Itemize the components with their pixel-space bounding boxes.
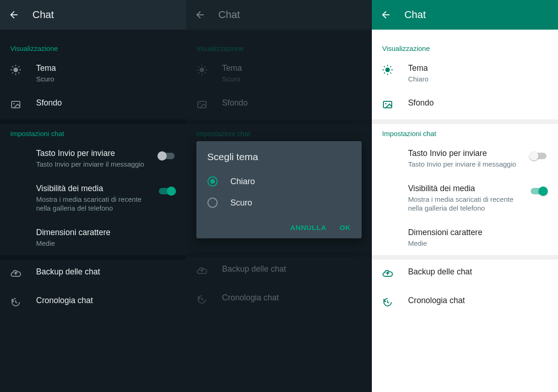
divider <box>186 252 372 257</box>
row-history[interactable]: Cronologia chat <box>186 286 372 314</box>
row-theme[interactable]: Tema Scuro <box>186 56 372 91</box>
divider <box>0 255 186 260</box>
font-value: Medie <box>36 239 176 248</box>
theme-value: Scuro <box>222 75 362 84</box>
row-font-size[interactable]: Dimensioni carattere Medie <box>372 220 558 255</box>
backup-icon <box>10 267 36 281</box>
screen-light: Chat Visualizzazione Tema Chiaro Sfondo … <box>372 0 558 392</box>
theme-title: Tema <box>36 63 176 74</box>
section-chat: Impostazioni chat <box>0 124 186 141</box>
blank-icon <box>382 184 408 185</box>
enter-switch[interactable] <box>529 151 548 161</box>
section-display: Visualizzazione <box>0 39 186 56</box>
option-chiaro[interactable]: Chiaro <box>207 171 351 192</box>
history-icon <box>382 296 408 310</box>
wallpaper-icon <box>196 98 222 112</box>
media-switch[interactable] <box>157 187 176 196</box>
page-title: Chat <box>219 9 240 21</box>
page-title: Chat <box>32 9 54 21</box>
media-sub: Mostra i media scaricati di recente nell… <box>36 195 153 213</box>
media-switch[interactable] <box>529 187 548 196</box>
option-label: Chiaro <box>231 177 255 187</box>
dialog-title: Scegli tema <box>207 151 351 162</box>
history-icon <box>10 296 36 310</box>
divider <box>372 255 558 260</box>
row-enter-key[interactable]: Tasto Invio per inviare Tasto Invio per … <box>0 141 186 176</box>
blank-icon <box>10 149 36 149</box>
page-title: Chat <box>404 9 426 21</box>
enter-title: Tasto Invio per inviare <box>408 149 525 159</box>
enter-switch[interactable] <box>157 151 176 161</box>
font-title: Dimensioni carattere <box>408 228 548 238</box>
history-label: Cronologia chat <box>408 296 548 306</box>
row-history[interactable]: Cronologia chat <box>372 288 558 317</box>
theme-value: Chiaro <box>408 75 548 84</box>
blank-icon <box>10 228 36 229</box>
row-wallpaper[interactable]: Sfondo <box>372 91 558 119</box>
divider <box>0 119 186 124</box>
blank-icon <box>10 184 36 185</box>
radio-selected-icon <box>207 176 218 187</box>
media-sub: Mostra i media scaricati di recente nell… <box>408 195 525 213</box>
wallpaper-icon <box>382 98 408 112</box>
row-media-visibility[interactable]: Visibilità dei media Mostra i media scar… <box>0 176 186 220</box>
media-title: Visibilità dei media <box>36 184 153 194</box>
wallpaper-icon <box>10 98 36 112</box>
row-media-visibility[interactable]: Visibilità dei media Mostra i media scar… <box>372 176 558 220</box>
history-label: Cronologia chat <box>36 296 176 306</box>
enter-title: Tasto Invio per inviare <box>36 149 153 159</box>
ok-button[interactable]: OK <box>339 224 351 232</box>
theme-dialog: Scegli tema Chiaro Scuro ANNULLA OK <box>196 141 362 238</box>
backup-icon <box>382 267 408 281</box>
section-display: Visualizzazione <box>186 39 372 56</box>
backup-icon <box>196 264 222 278</box>
history-label: Cronologia chat <box>222 293 362 303</box>
theme-title: Tema <box>408 63 548 74</box>
option-label: Scuro <box>231 198 252 208</box>
blank-icon <box>382 228 408 229</box>
row-backup[interactable]: Backup delle chat <box>186 257 372 286</box>
backup-label: Backup delle chat <box>222 264 362 274</box>
cancel-button[interactable]: ANNULLA <box>290 224 326 232</box>
screen-dialog: Chat Visualizzazione Tema Scuro Sfondo I… <box>186 0 372 392</box>
section-chat: Impostazioni chat <box>186 124 372 141</box>
appbar: Chat <box>186 0 372 30</box>
font-title: Dimensioni carattere <box>36 228 176 238</box>
row-backup[interactable]: Backup delle chat <box>372 260 558 288</box>
backup-label: Backup delle chat <box>408 267 548 277</box>
enter-sub: Tasto Invio per inviare il messaggio <box>408 160 525 169</box>
row-font-size[interactable]: Dimensioni carattere Medie <box>0 220 186 255</box>
theme-title: Tema <box>222 63 362 74</box>
theme-icon <box>382 63 408 77</box>
row-history[interactable]: Cronologia chat <box>0 288 186 317</box>
section-chat: Impostazioni chat <box>372 124 558 141</box>
blank-icon <box>382 149 408 149</box>
wallpaper-label: Sfondo <box>222 98 362 108</box>
screen-dark: Chat Visualizzazione Tema Scuro Sfondo I… <box>0 0 186 392</box>
option-scuro[interactable]: Scuro <box>207 192 351 213</box>
theme-value: Scuro <box>36 75 176 84</box>
theme-icon <box>10 63 36 77</box>
wallpaper-label: Sfondo <box>408 98 548 108</box>
row-backup[interactable]: Backup delle chat <box>0 260 186 288</box>
row-theme[interactable]: Tema Chiaro <box>372 56 558 91</box>
history-icon <box>196 293 222 307</box>
back-icon[interactable] <box>8 9 19 20</box>
divider <box>186 119 372 124</box>
row-wallpaper[interactable]: Sfondo <box>186 91 372 119</box>
row-enter-key[interactable]: Tasto Invio per inviare Tasto Invio per … <box>372 141 558 176</box>
row-theme[interactable]: Tema Scuro <box>0 56 186 91</box>
section-display: Visualizzazione <box>372 39 558 56</box>
radio-unselected-icon <box>207 198 218 208</box>
back-icon[interactable] <box>380 9 391 20</box>
backup-label: Backup delle chat <box>36 267 176 277</box>
row-wallpaper[interactable]: Sfondo <box>0 91 186 119</box>
wallpaper-label: Sfondo <box>36 98 176 108</box>
back-icon[interactable] <box>194 9 206 20</box>
appbar: Chat <box>0 0 186 30</box>
font-value: Medie <box>408 239 548 248</box>
media-title: Visibilità dei media <box>408 184 525 194</box>
enter-sub: Tasto Invio per inviare il messaggio <box>36 160 153 169</box>
appbar: Chat <box>372 0 558 30</box>
theme-icon <box>196 63 222 77</box>
